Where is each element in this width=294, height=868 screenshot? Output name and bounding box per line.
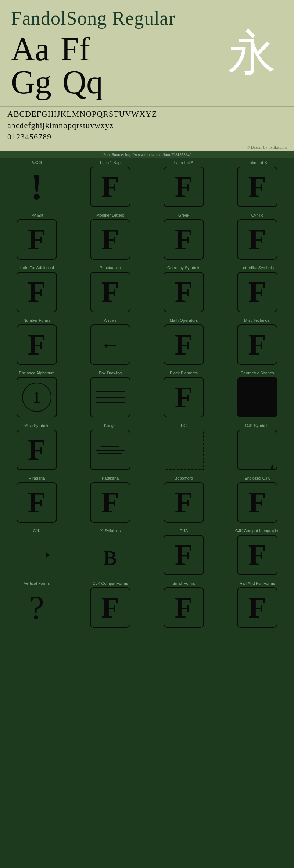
glyph-enclosedalpha: 1 xyxy=(17,377,57,417)
grid-row-6: Misc Symbols F Kangxi DC CJK Symbols ، xyxy=(0,421,294,474)
cell-arrows: Arrows ← xyxy=(74,316,147,369)
cell-cjkcompatideo: CJK Compat Ideographs F xyxy=(220,526,294,579)
cell-letterlike: Letterlike Symbols F xyxy=(220,263,294,316)
glyph-latin1sup: F xyxy=(90,167,130,207)
kangxi-line-1 xyxy=(101,446,119,447)
label-boxdrawing: Box Drawing xyxy=(99,371,122,375)
glyph-chinese: 永 xyxy=(228,29,276,77)
box-line-3 xyxy=(96,402,125,403)
label-blockelements: Block Elements xyxy=(170,371,198,375)
glyph-cjk xyxy=(17,535,57,575)
label-letterlike: Letterlike Symbols xyxy=(241,266,274,270)
label-bopomofo: Bopomofo xyxy=(175,476,193,480)
glyph-punctuation: F xyxy=(90,272,130,312)
cell-cjkcompatforms: CJK Compat Forms F xyxy=(74,579,147,632)
question-char: ? xyxy=(29,589,44,627)
grid-row-4: Number Forms F Arrows ← Math Operators F… xyxy=(0,316,294,369)
glyph-verticalforms: ? xyxy=(17,587,57,628)
cell-currency: Currency Symbols F xyxy=(147,263,220,316)
label-katakana: Katakana xyxy=(102,476,119,480)
glyph-greek: F xyxy=(164,219,204,260)
cell-boxdrawing: Box Drawing xyxy=(74,369,147,421)
label-geometricshapes: Geometric Shapes xyxy=(240,371,274,375)
cell-latin1sup: Latin 1 Sup F xyxy=(74,158,147,211)
cell-bopomofo: Bopomofo F xyxy=(147,474,220,526)
label-enclosedalpha: Enclosed Alphanum xyxy=(19,371,54,375)
glyph-qq: Qq xyxy=(62,66,103,99)
label-miscsymbols: Misc Symbols xyxy=(24,423,49,428)
glyph-cjkcompatideo: F xyxy=(237,535,277,575)
glyph-ipaext: F xyxy=(17,219,57,260)
cell-blockelements: Block Elements F xyxy=(147,369,220,421)
cell-latinexta: Latin Ext A F xyxy=(147,158,220,211)
grid-row-9: Vertical Forms ? CJK Compat Forms F Smal… xyxy=(0,579,294,632)
cell-latinextadd: Latin Ext Additional F xyxy=(0,263,74,316)
box-drawing-lines xyxy=(96,391,125,403)
design-credit: © Design by fontke.com xyxy=(0,144,294,151)
cell-halffullforms: Half And Full Forms F xyxy=(220,579,294,632)
glyph-arrows: ← xyxy=(90,324,130,365)
arrow-right-head xyxy=(46,552,50,558)
glyph-bopomofo: F xyxy=(164,482,204,523)
glyph-enclosedcjk: F xyxy=(237,482,277,523)
alphabet-section: ABCDEFGHIJKLMNOPQRSTUVWXYZ abcdefghijklm… xyxy=(0,106,294,144)
glyph-modifierletters: F xyxy=(90,219,130,260)
glyph-hiragana: F xyxy=(17,482,57,523)
cell-kangxi: Kangxi xyxy=(74,421,147,474)
arrow-right-line xyxy=(24,555,46,555)
cell-ascii: ASCII ! xyxy=(0,158,74,211)
label-yisyllables: Yi Syllables xyxy=(100,529,121,533)
label-latinextadd: Latin Ext Additional xyxy=(19,266,54,270)
label-kangxi: Kangxi xyxy=(104,423,116,428)
glyph-blockelements: F xyxy=(164,377,204,417)
glyph-aa: Aa xyxy=(11,33,50,66)
cell-cyrillic: Cyrillic F xyxy=(220,211,294,263)
grid-row-7: Hiragana F Katakana F Bopomofo F Enclose… xyxy=(0,474,294,526)
grid-row-2: IPA Ext F Modifier Letters F Greek F Cyr… xyxy=(0,211,294,263)
label-verticalforms: Vertical Forms xyxy=(24,581,50,586)
glyph-geometricshapes xyxy=(237,377,277,417)
alphabet-upper: ABCDEFGHIJKLMNOPQRSTUVWXYZ xyxy=(7,108,283,120)
glyph-ascii: ! xyxy=(17,167,57,207)
header-section: FandolSong Regular Aa Ff Gg Qq 永 xyxy=(0,0,294,106)
cell-miscsymbols: Misc Symbols F xyxy=(0,421,74,474)
glyph-yisyllables: в xyxy=(90,535,130,575)
glyph-latinextb: F xyxy=(237,167,277,207)
cell-smallforms: Small Forms F xyxy=(147,579,220,632)
kangxi-line-3 xyxy=(98,453,122,454)
glyph-left: Aa Ff Gg Qq xyxy=(11,33,103,99)
label-modifierletters: Modifier Letters xyxy=(96,213,124,217)
cell-geometricshapes: Geometric Shapes xyxy=(220,369,294,421)
glyph-cjkcompatforms: F xyxy=(90,587,130,628)
glyph-row-2: Gg Qq xyxy=(11,66,103,99)
label-cjk: CJK xyxy=(33,529,41,533)
label-numberforms: Number Forms xyxy=(23,318,50,323)
glyph-kangxi xyxy=(90,430,130,470)
cell-katakana: Katakana F xyxy=(74,474,147,526)
label-currency: Currency Symbols xyxy=(167,266,200,270)
label-cjkcompatforms: CJK Compat Forms xyxy=(93,581,128,586)
glyph-currency: F xyxy=(164,272,204,312)
kangxi-lines xyxy=(96,446,125,454)
label-punctuation: Punctuation xyxy=(100,266,121,270)
glyph-halffullforms: F xyxy=(237,587,277,628)
alphabet-lower: abcdefghijklmnopqrstuvwxyz xyxy=(7,120,283,131)
glyph-misctech: F xyxy=(237,324,277,365)
j-char: в xyxy=(103,538,117,572)
box-line-1 xyxy=(96,391,125,392)
label-latin1sup: Latin 1 Sup xyxy=(100,160,121,165)
label-dc: DC xyxy=(181,423,187,428)
cell-verticalforms: Vertical Forms ? xyxy=(0,579,74,632)
label-cjkcompatideo: CJK Compat Ideographs xyxy=(235,529,279,533)
arrow-left-char: ← xyxy=(100,333,121,356)
cell-numberforms: Number Forms F xyxy=(0,316,74,369)
alphabet-numbers: 0123456789 xyxy=(7,131,283,143)
circle-1-char: 1 xyxy=(22,383,51,412)
glyph-latinexta: F xyxy=(164,167,204,207)
cell-dc: DC xyxy=(147,421,220,474)
glyph-ff: Ff xyxy=(61,33,90,66)
grid-row-3: Latin Ext Additional F Punctuation F Cur… xyxy=(0,263,294,316)
arrow-right-inner xyxy=(24,552,50,558)
cell-enclosedcjk: Enclosed CJK F xyxy=(220,474,294,526)
glyph-pua: F xyxy=(164,535,204,575)
